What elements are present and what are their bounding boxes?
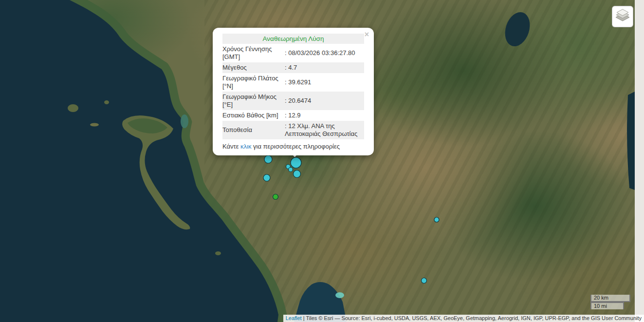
- popup-row: Γεωγραφικό Μήκος [°E]: 20.6474: [222, 92, 364, 110]
- earthquake-marker[interactable]: [294, 170, 301, 178]
- popup-row: Εστιακό Βάθος [km]: 12.9: [222, 110, 364, 121]
- popup-row: Τοποθεσία: 12 Χλμ. ΑΝΑ της Λεπτοκαριάς Θ…: [222, 121, 364, 139]
- popup-row-label: Εστιακό Βάθος [km]: [222, 110, 285, 121]
- popup-row-label: Γεωγραφικό Μήκος [°E]: [222, 92, 285, 110]
- earthquake-popup: × Αναθεωρημένη Λύση Χρόνος Γέννησης [GMT…: [213, 28, 374, 155]
- popup-row-label: Χρόνος Γέννησης [GMT]: [222, 44, 285, 62]
- attribution-text: Tiles © Esri — Source: Esri, i-cubed, US…: [306, 315, 642, 321]
- popup-row-value: : 4.7: [285, 62, 364, 73]
- popup-row-value: : 12 Χλμ. ΑΝΑ της Λεπτοκαριάς Θεσπρωτίας: [285, 121, 364, 139]
- earthquake-marker[interactable]: [263, 174, 270, 181]
- popup-table: Χρόνος Γέννησης [GMT]: 08/03/2026 03:36:…: [222, 44, 364, 139]
- layers-control-button[interactable]: [612, 6, 633, 27]
- earthquake-marker[interactable]: [264, 155, 272, 163]
- scale-mi: 10 mi: [590, 302, 624, 309]
- popup-close-button[interactable]: ×: [365, 31, 369, 38]
- popup-row-label: Μέγεθος: [222, 62, 285, 73]
- earthquake-marker[interactable]: [273, 194, 278, 200]
- popup-row: Χρόνος Γέννησης [GMT]: 08/03/2026 03:36:…: [222, 44, 364, 62]
- popup-row-value: : 20.6474: [285, 92, 364, 110]
- scale-km: 20 km: [590, 295, 630, 302]
- leaflet-link[interactable]: Leaflet: [286, 315, 302, 321]
- popup-table-body: Χρόνος Γέννησης [GMT]: 08/03/2026 03:36:…: [222, 44, 364, 139]
- popup-footer-prefix: Κάντε: [222, 143, 240, 150]
- popup-row: Μέγεθος: 4.7: [222, 62, 364, 73]
- popup-row-value: : 08/03/2026 03:36:27.80: [285, 44, 364, 62]
- popup-row: Γεωγραφικό Πλάτος [°N]: 39.6291: [222, 73, 364, 92]
- popup-row-value: : 12.9: [285, 110, 364, 121]
- layers-icon: [614, 7, 631, 26]
- popup-footer: Κάντε κλικ για περισσότερες πληροφορίες: [222, 139, 364, 151]
- attribution-bar: Leaflet | Tiles © Esri — Source: Esri, i…: [283, 315, 644, 322]
- popup-row-label: Γεωγραφικό Πλάτος [°N]: [222, 73, 285, 92]
- earthquake-marker[interactable]: [291, 157, 301, 168]
- unloaded-tile-strip: [635, 0, 644, 322]
- earthquake-marker[interactable]: [422, 278, 427, 284]
- popup-row-value: : 39.6291: [285, 73, 364, 92]
- map-canvas[interactable]: × Αναθεωρημένη Λύση Χρόνος Γέννησης [GMT…: [0, 0, 644, 322]
- popup-more-info-link[interactable]: κλικ: [240, 143, 251, 150]
- scale-control: 20 km 10 mi: [590, 295, 630, 309]
- popup-row-label: Τοποθεσία: [222, 121, 285, 139]
- popup-title: Αναθεωρημένη Λύση: [222, 34, 364, 44]
- popup-footer-suffix: για περισσότερες πληροφορίες: [251, 143, 340, 150]
- earthquake-marker[interactable]: [289, 168, 293, 172]
- earthquake-marker[interactable]: [434, 217, 439, 222]
